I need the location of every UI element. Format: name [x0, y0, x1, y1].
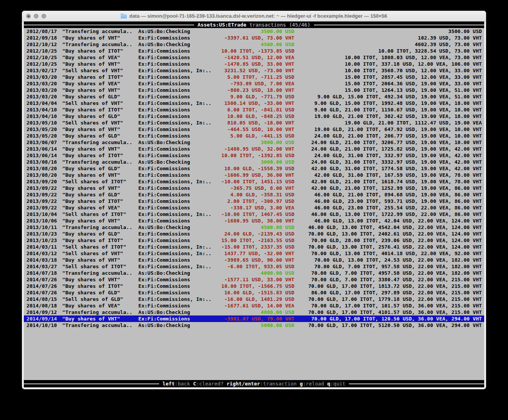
transaction-row[interactable]: 2013/06/14 "Buy shares of VHT" Ex:Fi:Com… — [24, 146, 484, 152]
transaction-row[interactable]: 2014/08/18 "Buy shares of VEA" Ex:Fi:Com… — [24, 302, 484, 309]
transaction-balance: 42.00 GLD, 21.00 ITOT, 1618.74 USD, 19.0… — [294, 178, 484, 185]
transaction-row[interactable]: 2013/09/22 "Buy shares of GLD" Ex:Fi:Com… — [24, 191, 484, 198]
transaction-row[interactable]: 2012/09/18 "Buy shares of VHT" Ex:Fi:Com… — [24, 35, 484, 41]
transaction-description: "Sell shares of GLD" — [62, 296, 138, 302]
transaction-row[interactable]: 2013/10/06 "Buy shares of VHT" Ex:Fi:Com… — [24, 217, 484, 224]
transaction-row[interactable]: 2014/07/26 "Buy shares of GLD" Ex:Fi:Com… — [24, 289, 484, 296]
transaction-date: 2013/05/20 — [24, 133, 62, 139]
transaction-accounts: Ex:Fi:Commissions, In:.. — [138, 211, 221, 217]
transaction-balance: 70.00 GLD, 28.00 ITOT, 239.06 USD, 22.00… — [294, 237, 484, 244]
transaction-row[interactable]: 2013/09/20 "Sell shares of ITOT" Ex:Fi:C… — [24, 178, 484, 185]
transaction-row[interactable]: 2013/04/04 "Sell shares of VHT" Ex:Fi:Co… — [24, 100, 484, 106]
transaction-row[interactable]: 2013/03/20 "Buy shares of VHT" Ex:Fi:Com… — [24, 87, 484, 93]
transaction-amount: -6.00 ITOT, 933.05 USD — [221, 263, 294, 270]
screen-header-bar: Assets:US:ETrade transactions (45/46) — [24, 22, 484, 28]
transaction-row[interactable]: 2014/03/18 "Buy shares of VHT" Ex:Fi:Com… — [24, 257, 484, 263]
help-key-hint: q:quit — [327, 380, 345, 387]
transaction-balance: 4602.39 USD, 73.00 VHT — [294, 41, 484, 48]
transaction-description: "Buy shares of VHT" — [62, 126, 138, 133]
transaction-row[interactable]: 2014/08/15 "Sell shares of GLD" Ex:Fi:Co… — [24, 296, 484, 302]
footer-rule-left — [24, 383, 159, 384]
transaction-row[interactable]: 2013/09/22 "Buy shares of VHT" Ex:Fi:Com… — [24, 185, 484, 191]
transaction-row[interactable]: 2014/07/18 "Transfering accumula.. As:US… — [24, 270, 484, 276]
help-key-hint: C:cleared? — [193, 380, 223, 387]
transaction-date: 2013/06/07 — [24, 139, 62, 146]
transaction-accounts: As:US:Bo:Checking — [138, 159, 221, 165]
transaction-row[interactable]: 2014/10/10 "Transfering accumula.. As:US… — [24, 322, 484, 329]
transaction-row[interactable]: 2012/08/17 "Transfering accumula.. As:US… — [24, 28, 484, 35]
transaction-row[interactable]: 2013/05/10 "Sell shares of VHT" Ex:Fi:Co… — [24, 120, 484, 126]
close-button[interactable] — [26, 14, 31, 18]
transaction-description: "Buy shares of VEA" — [62, 204, 138, 211]
transaction-accounts: Ex:Fi:Commissions — [138, 54, 221, 61]
transaction-list: 2012/08/17 "Transfering accumula.. As:US… — [24, 28, 484, 329]
transaction-row[interactable]: 2014/03/12 "Sell shares of VHT" Ex:Fi:Co… — [24, 250, 484, 257]
transaction-row[interactable]: 2012/10/25 "Buy shares of VEA" Ex:Fi:Com… — [24, 54, 484, 61]
transaction-description: "Buy shares of GLD" — [62, 93, 138, 100]
transaction-date: 2014/09/12 — [24, 309, 62, 315]
transaction-date: 2013/05/20 — [24, 126, 62, 133]
transaction-row[interactable]: 2013/06/14 "Buy shares of ITOT" Ex:Fi:Co… — [24, 152, 484, 159]
transaction-row[interactable]: 2013/03/20 "Buy shares of ITOT" Ex:Fi:Co… — [24, 74, 484, 80]
zoom-button[interactable] — [42, 14, 46, 18]
transaction-row[interactable]: 2014/07/26 "Buy shares of VHT" Ex:Fi:Com… — [24, 276, 484, 283]
transaction-row[interactable]: 2013/03/20 "Buy shares of GLD" Ex:Fi:Com… — [24, 93, 484, 100]
transaction-amount: 3000.00 USD — [221, 159, 294, 165]
transaction-balance: 70.00 GLD, 17.00 ITOT, 120.50 USD, 36.00… — [294, 315, 484, 322]
transaction-row[interactable]: 2013/03/20 "Buy shares of VEA" Ex:Fi:Com… — [24, 80, 484, 87]
transaction-accounts: Ex:Fi:Commissions — [138, 237, 221, 244]
transaction-description: "Sell shares of ITOT" — [62, 263, 138, 270]
transaction-amount: 5000.00 USD — [221, 322, 294, 329]
transaction-accounts: Ex:Fi:Commissions — [138, 289, 221, 296]
transaction-amount: -3989.65 USD, 90.00 VHT — [221, 257, 294, 263]
transaction-row[interactable]: 2013/10/23 "Buy shares of ITOT" Ex:Fi:Co… — [24, 237, 484, 244]
transaction-row[interactable]: 2013/06/07 "Transfering accumula.. As:US… — [24, 139, 484, 146]
transaction-row[interactable]: 2014/07/26 "Buy shares of ITOT" Ex:Fi:Co… — [24, 283, 484, 289]
transaction-row[interactable]: 2013/10/23 "Buy shares of GLD" Ex:Fi:Com… — [24, 231, 484, 237]
transaction-row[interactable]: 2013/08/20 "Buy shares of VHT" Ex:Fi:Com… — [24, 172, 484, 178]
transaction-row[interactable]: 2014/09/12 "Transfering accumula.. As:US… — [24, 309, 484, 315]
transaction-row[interactable]: 2013/10/04 "Sell shares of ITOT" Ex:Fi:C… — [24, 211, 484, 217]
transaction-description: "Transfering accumula.. — [62, 41, 138, 48]
transaction-accounts: Ex:Fi:Commissions — [138, 61, 221, 67]
transaction-row[interactable]: 2013/04/10 "Buy shares of ITOT" Ex:Fi:Co… — [24, 106, 484, 113]
transaction-amount: 16.00 GLD, -1515.83 USD — [221, 289, 294, 296]
minimize-button[interactable] — [34, 14, 38, 18]
transaction-row[interactable]: 2013/05/20 "Buy shares of GLD" Ex:Fi:Com… — [24, 133, 484, 139]
transaction-balance: 70.00 GLD, 13.00 ITOT, 2576.41 USD, 22.0… — [294, 244, 484, 250]
transaction-balance: 24.00 GLD, 21.00 ITOT, 3206.77 USD, 19.0… — [294, 139, 484, 146]
transaction-row[interactable]: 2014/03/11 "Sell shares of ITOT" Ex:Fi:C… — [24, 244, 484, 250]
transaction-description: "Buy shares of GLD" — [62, 191, 138, 198]
transaction-row[interactable]: 2013/05/20 "Buy shares of VHT" Ex:Fi:Com… — [24, 126, 484, 133]
transaction-date: 2014/03/12 — [24, 250, 62, 257]
header-rule-left — [24, 25, 194, 25]
transaction-row[interactable]: 2013/10/11 "Transfering accumula.. As:US… — [24, 224, 484, 231]
transaction-accounts: Ex:Fi:Commissions, In:.. — [138, 120, 221, 126]
transaction-description: "Transfering accumula.. — [62, 28, 138, 35]
transaction-balance: 10.00 ITOT, 1808.03 USD, 12.00 VEA, 73.0… — [294, 54, 484, 61]
transaction-row[interactable]: 2013/09/22 "Buy shares of ITOT" Ex:Fi:Co… — [24, 198, 484, 204]
transaction-row[interactable]: 2012/10/25 "Buy shares of ITOT" Ex:Fi:Co… — [24, 48, 484, 54]
transaction-amount: 24.00 GLD, -2139.43 USD — [221, 231, 294, 237]
transaction-amount: 1437.77 USD, -32.00 VHT — [221, 250, 294, 257]
transaction-balance: 19.00 GLD, 21.00 ITOT, 1112.47 USD, 19.0… — [294, 120, 484, 126]
transaction-row[interactable]: 2013/09/22 "Buy shares of VEA" Ex:Fi:Com… — [24, 204, 484, 211]
transaction-row[interactable]: 2013/04/10 "Buy shares of GLD" Ex:Fi:Com… — [24, 113, 484, 120]
transaction-row[interactable]: 2013/08/20 "Buy shares of GLD" Ex:Fi:Com… — [24, 165, 484, 172]
transaction-row[interactable]: 2012/10/25 "Buy shares of VHT" Ex:Fi:Com… — [24, 61, 484, 67]
transaction-row[interactable]: 2013/02/17 "Sell shares of VHT" Ex:Fi:Co… — [24, 67, 484, 74]
transaction-row[interactable]: 2014/09/14 "Buy shares of VHT" Ex:Fi:Com… — [24, 315, 484, 322]
folder-icon — [121, 13, 127, 18]
transaction-balance: 70.00 GLD, 17.00 ITOT, 101.57 USD, 36.00… — [294, 302, 484, 309]
transaction-accounts: Ex:Fi:Commissions, In:.. — [138, 67, 221, 74]
transaction-date: 2012/10/12 — [24, 41, 62, 48]
transaction-row[interactable]: 2013/08/16 "Transfering accumula.. As:US… — [24, 159, 484, 165]
transaction-date: 2012/10/25 — [24, 54, 62, 61]
header-rule-right — [314, 25, 484, 25]
transaction-row[interactable]: 2014/03/27 "Sell shares of ITOT" Ex:Fi:C… — [24, 263, 484, 270]
transaction-date: 2012/08/17 — [24, 28, 62, 35]
transaction-amount: 5.00 GLD, -441.15 USD — [221, 133, 294, 139]
transaction-row[interactable]: 2012/10/12 "Transfering accumula.. As:US… — [24, 41, 484, 48]
transaction-description: "Buy shares of VEA" — [62, 302, 138, 309]
transaction-accounts: Ex:Fi:Commissions, In:.. — [138, 263, 221, 270]
